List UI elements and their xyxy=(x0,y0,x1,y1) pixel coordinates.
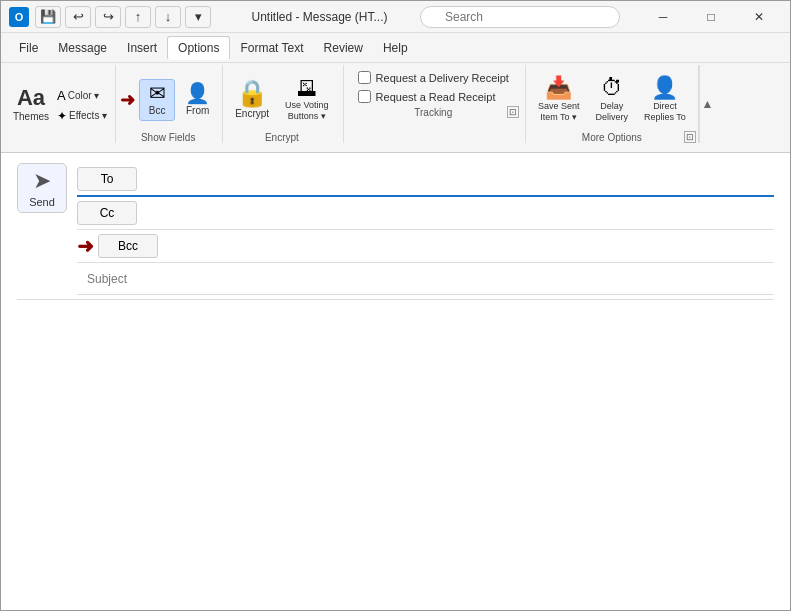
titlebar: O 💾 ↩ ↪ ↑ ↓ ▾ Untitled - Message (HT...)… xyxy=(1,1,790,33)
page-color-button[interactable]: A Color ▾ xyxy=(55,86,109,105)
effects-button[interactable]: ✦ Effects ▾ xyxy=(55,107,109,125)
ribbon-collapse-button[interactable]: ▲ xyxy=(699,65,715,143)
bcc-button[interactable]: Bcc xyxy=(98,234,158,258)
subject-input[interactable] xyxy=(137,268,774,290)
menu-insert[interactable]: Insert xyxy=(117,37,167,59)
outlook-logo: O xyxy=(9,7,29,27)
menu-file[interactable]: File xyxy=(9,37,48,59)
themes-button[interactable]: Aa Themes xyxy=(9,84,53,126)
read-receipt-checkbox-label[interactable]: Request a Read Receipt xyxy=(358,90,509,103)
window-controls: ─ □ ✕ xyxy=(640,1,782,33)
collapse-icon: ▲ xyxy=(701,97,713,111)
up-button[interactable]: ↑ xyxy=(125,6,151,28)
compose-area: ➤ Send To Cc ➜ Bcc xyxy=(1,153,790,610)
bcc-ribbon-button[interactable]: ✉ Bcc xyxy=(139,79,175,121)
menubar: File Message Insert Options Format Text … xyxy=(1,33,790,63)
tracking-group: Request a Delivery Receipt Request a Rea… xyxy=(350,67,517,107)
save-sent-item-button[interactable]: 📥 Save SentItem To ▾ xyxy=(532,74,586,126)
send-area: ➤ Send xyxy=(17,163,67,213)
more-options-expand-icon[interactable]: ⊡ xyxy=(684,131,696,143)
direct-icon: 👤 xyxy=(651,77,678,99)
fields-rows: To Cc ➜ Bcc Subject xyxy=(77,163,774,295)
search-input[interactable] xyxy=(420,6,620,28)
direct-replies-button[interactable]: 👤 DirectReplies To xyxy=(638,74,692,126)
voting-icon: 🗳 xyxy=(297,78,317,98)
to-input[interactable] xyxy=(145,168,774,190)
menu-help[interactable]: Help xyxy=(373,37,418,59)
more-options-label: More Options ⊡ xyxy=(532,132,692,143)
delivery-receipt-checkbox-label[interactable]: Request a Delivery Receipt xyxy=(358,71,509,84)
cc-input[interactable] xyxy=(145,202,774,224)
down-button[interactable]: ↓ xyxy=(155,6,181,28)
maximize-button[interactable]: □ xyxy=(688,1,734,33)
bcc-input[interactable] xyxy=(166,235,774,257)
subject-label: Subject xyxy=(77,268,137,290)
cc-button[interactable]: Cc xyxy=(77,201,137,225)
menu-options[interactable]: Options xyxy=(167,36,230,60)
close-button[interactable]: ✕ xyxy=(736,1,782,33)
menu-format-text[interactable]: Format Text xyxy=(230,37,313,59)
delivery-receipt-checkbox[interactable] xyxy=(358,71,371,84)
ribbon: Aa Themes A Color ▾ ✦ Effects ▾ xyxy=(1,63,790,153)
search-wrap: 🔍 xyxy=(420,6,628,28)
menu-message[interactable]: Message xyxy=(48,37,117,59)
show-fields-arrow: ➜ xyxy=(120,89,135,111)
compose-top: ➤ Send To Cc ➜ Bcc xyxy=(17,163,774,295)
cc-row: Cc xyxy=(77,197,774,230)
effects-icon: ✦ xyxy=(57,109,67,123)
menu-review[interactable]: Review xyxy=(314,37,373,59)
quick-access-toolbar: 💾 ↩ ↪ ↑ ↓ ▾ xyxy=(35,6,211,28)
subject-row: Subject xyxy=(77,263,774,295)
show-fields-label: Show Fields xyxy=(141,132,195,143)
bcc-row: ➜ Bcc xyxy=(77,230,774,263)
window-title: Untitled - Message (HT...) xyxy=(219,10,420,24)
save-sent-icon: 📥 xyxy=(545,77,572,99)
redo-button[interactable]: ↪ xyxy=(95,6,121,28)
save-button[interactable]: 💾 xyxy=(35,6,61,28)
send-button[interactable]: ➤ Send xyxy=(17,163,67,213)
from-button[interactable]: 👤 From xyxy=(179,80,216,120)
dropdown-button[interactable]: ▾ xyxy=(185,6,211,28)
delay-icon: ⏱ xyxy=(601,77,623,99)
themes-icon: Aa xyxy=(17,87,45,109)
to-row: To xyxy=(77,163,774,197)
page-color-icon: A xyxy=(57,88,66,103)
to-button[interactable]: To xyxy=(77,167,137,191)
encrypt-label: Encrypt xyxy=(265,132,299,143)
from-icon: 👤 xyxy=(185,83,210,103)
delay-delivery-button[interactable]: ⏱ DelayDelivery xyxy=(589,74,634,126)
bcc-icon: ✉ xyxy=(149,83,166,103)
read-receipt-checkbox[interactable] xyxy=(358,90,371,103)
encrypt-button[interactable]: 🔒 Encrypt xyxy=(229,77,275,123)
undo-button[interactable]: ↩ xyxy=(65,6,91,28)
send-icon: ➤ xyxy=(33,168,51,194)
tracking-label: Tracking ⊡ xyxy=(350,107,517,118)
tracking-expand-icon[interactable]: ⊡ xyxy=(507,106,519,118)
compose-body[interactable] xyxy=(17,299,774,600)
lock-icon: 🔒 xyxy=(236,80,268,106)
voting-buttons-button[interactable]: 🗳 Use VotingButtons ▾ xyxy=(279,75,335,125)
outlook-window: O 💾 ↩ ↪ ↑ ↓ ▾ Untitled - Message (HT...)… xyxy=(0,0,791,611)
bcc-arrow: ➜ xyxy=(77,234,94,258)
minimize-button[interactable]: ─ xyxy=(640,1,686,33)
